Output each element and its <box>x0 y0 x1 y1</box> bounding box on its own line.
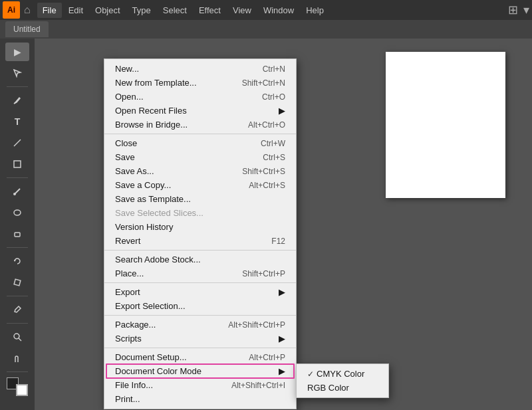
menu-browse-bridge[interactable]: Browse in Bridge... Alt+Ctrl+O <box>104 118 296 132</box>
tool-direct-select[interactable] <box>5 64 29 82</box>
menu-doc-setup-shortcut: Alt+Ctrl+P <box>222 353 285 362</box>
tab-label: Untitled <box>13 25 41 34</box>
tool-select[interactable]: ▶ <box>5 43 29 61</box>
menu-file-info-shortcut: Alt+Shift+Ctrl+I <box>205 381 285 390</box>
tool-pen[interactable] <box>5 91 29 110</box>
menu-doc-setup[interactable]: Document Setup... Alt+Ctrl+P <box>104 350 296 364</box>
tool-transform[interactable] <box>5 273 29 292</box>
menu-save-slices-label: Save Selected Slices... <box>115 208 203 218</box>
menu-search-stock-label: Search Adobe Stock... <box>115 255 201 264</box>
tool-rotate[interactable] <box>5 252 29 270</box>
menu-save-shortcut: Ctrl+S <box>236 153 285 162</box>
tool-separator-3 <box>7 247 28 248</box>
menu-package[interactable]: Package... Alt+Shift+Ctrl+P <box>104 318 296 332</box>
menu-window[interactable]: Window <box>258 3 299 18</box>
menu-object[interactable]: Object <box>90 3 126 18</box>
menu-file-info[interactable]: File Info... Alt+Shift+Ctrl+I <box>104 378 296 392</box>
separator-5 <box>104 348 296 348</box>
menu-browse-bridge-shortcut: Alt+Ctrl+O <box>221 120 285 130</box>
menu-effect[interactable]: Effect <box>194 3 226 18</box>
tool-zoom[interactable] <box>5 328 29 346</box>
menu-save-copy[interactable]: Save a Copy... Alt+Ctrl+S <box>104 178 296 192</box>
menu-save-as-label: Save As... <box>115 166 154 176</box>
menu-scripts-label: Scripts <box>115 334 142 344</box>
menu-doc-color-mode[interactable]: Document Color Mode ▶ <box>104 364 296 378</box>
tool-shape[interactable] <box>5 155 29 173</box>
menu-save[interactable]: Save Ctrl+S <box>104 150 296 164</box>
menu-close[interactable]: Close Ctrl+W <box>104 136 296 150</box>
document-tab[interactable]: Untitled <box>5 21 49 37</box>
menu-browse-bridge-label: Browse in Bridge... <box>115 120 188 130</box>
tool-colors[interactable] <box>7 377 28 396</box>
menu-place-shortcut: Shift+Ctrl+P <box>215 269 285 278</box>
menu-edit[interactable]: Edit <box>63 3 88 18</box>
tab-bar: Untitled <box>0 20 532 39</box>
menu-open[interactable]: Open... Ctrl+O <box>104 90 296 104</box>
menu-new-from-template[interactable]: New from Template... Shift+Ctrl+N <box>104 76 296 90</box>
canvas-area: New... Ctrl+N New from Template... Shift… <box>35 39 532 410</box>
menu-select[interactable]: Select <box>158 3 192 18</box>
menu-export-selection[interactable]: Export Selection... <box>104 299 296 313</box>
menu-file-info-label: File Info... <box>115 380 153 390</box>
workspace-icon[interactable]: ⊞ <box>508 3 518 17</box>
tool-blob-brush[interactable] <box>5 203 29 222</box>
menu-bar-right: ⊞ ▾ <box>508 3 529 17</box>
menu-new-label: New... <box>115 64 139 74</box>
menu-print-label: Print... <box>115 394 140 404</box>
menu-revert[interactable]: Revert F12 <box>104 234 296 248</box>
dropdown-overlay: New... Ctrl+N New from Template... Shift… <box>35 39 532 410</box>
menu-search-stock[interactable]: Search Adobe Stock... <box>104 253 296 266</box>
menu-help[interactable]: Help <box>301 3 329 18</box>
separator-2 <box>104 250 296 251</box>
svg-point-3 <box>14 210 21 215</box>
menu-view[interactable]: View <box>227 3 257 18</box>
menu-print[interactable]: Print... <box>104 392 296 406</box>
menu-type[interactable]: Type <box>127 3 156 18</box>
expand-icon[interactable]: ▾ <box>523 3 529 17</box>
file-dropdown-menu: New... Ctrl+N New from Template... Shift… <box>104 58 297 409</box>
tool-eraser[interactable] <box>5 225 29 243</box>
menu-place[interactable]: Place... Shift+Ctrl+P <box>104 266 296 280</box>
toolbar: ▶ T <box>0 39 35 410</box>
menu-save-as-shortcut: Shift+Ctrl+S <box>215 167 285 176</box>
submenu-cmyk[interactable]: ✓ CMYK Color <box>297 367 388 381</box>
ai-logo: Ai <box>3 1 20 19</box>
menu-new-shortcut: Ctrl+N <box>236 64 285 74</box>
menu-scripts[interactable]: Scripts ▶ <box>104 332 296 346</box>
stroke-color[interactable] <box>16 384 28 396</box>
menu-export-label: Export <box>115 287 140 297</box>
menu-open-recent-label: Open Recent Files <box>115 106 187 116</box>
tool-eyedropper[interactable] <box>5 300 29 319</box>
menu-revert-label: Revert <box>115 236 140 246</box>
menu-items: File Edit Object Type Select Effect View… <box>37 3 329 18</box>
menu-open-recent[interactable]: Open Recent Files ▶ <box>104 104 296 118</box>
tool-hand[interactable] <box>5 349 29 367</box>
svg-line-8 <box>19 338 21 341</box>
tool-type[interactable]: T <box>5 112 29 131</box>
menu-save-copy-label: Save a Copy... <box>115 180 171 190</box>
menu-new[interactable]: New... Ctrl+N <box>104 62 296 76</box>
menu-save-template[interactable]: Save as Template... <box>104 192 296 206</box>
cmyk-checkmark: ✓ <box>307 369 314 379</box>
svg-rect-6 <box>14 279 21 286</box>
menu-close-label: Close <box>115 138 137 148</box>
menu-version-history-label: Version History <box>115 222 173 232</box>
menu-save-as[interactable]: Save As... Shift+Ctrl+S <box>104 164 296 178</box>
menu-export[interactable]: Export ▶ <box>104 285 296 299</box>
tool-separator-2 <box>7 177 28 178</box>
menu-export-selection-label: Export Selection... <box>115 301 186 311</box>
menu-doc-setup-label: Document Setup... <box>115 352 187 362</box>
menu-save-template-label: Save as Template... <box>115 194 191 204</box>
menu-place-label: Place... <box>115 268 144 278</box>
color-mode-submenu: ✓ CMYK Color RGB Color <box>296 363 389 398</box>
menu-file[interactable]: File <box>37 3 62 18</box>
submenu-cmyk-label: CMYK Color <box>317 369 364 379</box>
tool-line[interactable] <box>5 134 29 152</box>
tool-paintbrush[interactable] <box>5 182 29 201</box>
menu-version-history[interactable]: Version History <box>104 220 296 234</box>
submenu-rgb[interactable]: RGB Color <box>297 381 388 395</box>
home-button[interactable]: ⌂ <box>24 4 31 16</box>
svg-rect-1 <box>14 161 21 167</box>
menu-save-slices[interactable]: Save Selected Slices... <box>104 206 296 220</box>
svg-line-0 <box>14 140 21 146</box>
